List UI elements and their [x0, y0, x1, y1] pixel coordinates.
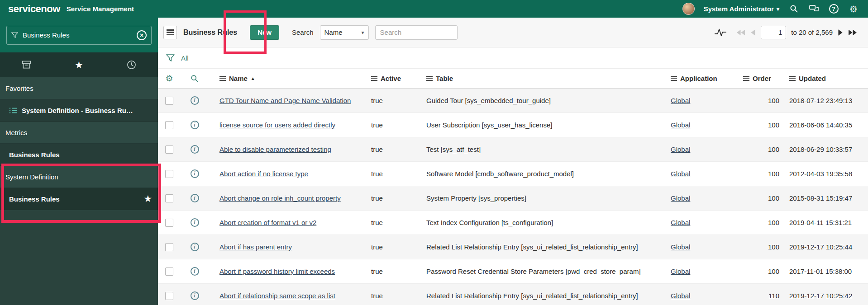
info-icon[interactable]: i [191, 267, 199, 276]
table-cell: Related List Relationship Entry [sys_ui_… [420, 292, 664, 300]
activity-stream-icon[interactable] [714, 28, 727, 38]
row-checkbox[interactable] [165, 97, 173, 105]
table-value: Related List Relationship Entry [sys_ui_… [426, 292, 638, 300]
column-label: Active [381, 75, 401, 82]
info-icon[interactable]: i [191, 218, 199, 227]
order-cell: 100 [737, 170, 782, 178]
info-icon[interactable]: i [191, 291, 199, 300]
order-cell: 100 [737, 219, 782, 226]
sidebar-item-metrics-business-rules[interactable]: Business Rules [0, 144, 158, 166]
info-icon[interactable]: i [191, 121, 199, 129]
record-name-link[interactable]: Able to disable parameterized testing [219, 145, 331, 153]
personalize-list-gear-icon[interactable]: ⚙ [165, 74, 173, 83]
row-checkbox[interactable] [165, 219, 173, 227]
active-value: true [371, 121, 383, 129]
column-header-application[interactable]: Application [664, 75, 737, 82]
info-icon[interactable]: i [191, 96, 199, 105]
tab-history[interactable] [105, 52, 158, 77]
row-checkbox[interactable] [165, 194, 173, 202]
page-input[interactable] [761, 26, 786, 39]
record-name-link[interactable]: Abort change on role inh_count property [219, 194, 341, 202]
global-search-icon[interactable] [788, 4, 799, 14]
row-info-cell: i [181, 96, 209, 105]
updated-cell: 2015-08-31 15:19:47 [782, 194, 868, 202]
record-name-link[interactable]: Abort if password history limit exceeds [219, 267, 335, 275]
sidebar-item-favorite-business-rules[interactable]: System Definition - Business Ru… [0, 99, 158, 122]
sidebar-item-system-definition-business-rules[interactable]: Business Rules ★ [0, 188, 158, 210]
list-title: Business Rules [183, 28, 237, 37]
favorite-star-icon[interactable]: ★ [144, 194, 152, 204]
sidebar-section-system-definition[interactable]: System Definition [0, 166, 158, 188]
info-icon[interactable]: i [191, 243, 199, 251]
name-cell: Abort if relationship same scope as list [209, 292, 365, 300]
tab-all-applications[interactable] [0, 52, 52, 77]
navigator-search-input[interactable] [23, 31, 132, 39]
list-context-menu-button[interactable] [163, 26, 177, 39]
connect-chat-icon[interactable] [808, 4, 819, 14]
application-link[interactable]: Global [671, 194, 690, 202]
row-checkbox[interactable] [165, 243, 173, 251]
navigator-search-box[interactable]: × [6, 26, 152, 45]
row-checkbox[interactable] [165, 267, 173, 276]
search-field-select[interactable]: Name ▾ [320, 25, 369, 40]
record-name-link[interactable]: license source for users added directly [219, 121, 335, 129]
application-link[interactable]: Global [671, 121, 690, 129]
application-link[interactable]: Global [671, 145, 690, 153]
hamburger-icon [167, 29, 174, 35]
application-link[interactable]: Global [671, 292, 690, 300]
filter-funnel-icon[interactable] [166, 54, 175, 62]
sidebar-item-label: Business Rules [9, 195, 60, 203]
user-menu[interactable]: System Administrator ▾ [704, 5, 779, 13]
prev-page-button[interactable] [750, 29, 756, 36]
record-name-link[interactable]: Abort if has parent entry [219, 243, 292, 251]
row-checkbox[interactable] [165, 145, 173, 154]
settings-gear-icon[interactable]: ⚙ [848, 4, 859, 14]
filter-all-link[interactable]: All [181, 54, 189, 62]
column-header-table[interactable]: Table [420, 75, 664, 82]
column-menu-icon [371, 76, 377, 81]
sidebar-section-favorites[interactable]: Favorites [0, 77, 158, 99]
table-row: i Abort if password history limit exceed… [158, 259, 868, 284]
updated-value: 2019-04-11 15:31:21 [789, 219, 852, 226]
sidebar-section-metrics[interactable]: Metrics [0, 122, 158, 144]
info-icon[interactable]: i [191, 145, 199, 154]
column-menu-icon [743, 76, 749, 81]
next-page-button[interactable] [838, 29, 843, 36]
user-avatar[interactable] [682, 3, 695, 15]
info-icon[interactable]: i [191, 169, 199, 178]
order-value: 100 [768, 194, 779, 202]
application-link[interactable]: Global [671, 243, 690, 251]
column-menu-icon [426, 76, 433, 81]
help-icon[interactable]: ? [828, 4, 839, 14]
record-name-link[interactable]: GTD Tour Name and Page Name Validation [219, 97, 351, 104]
list-search-icon[interactable] [191, 75, 199, 83]
column-header-order[interactable]: Order [737, 75, 782, 82]
row-checkbox[interactable] [165, 121, 173, 129]
record-name-link[interactable]: Abort creation of format v1 or v2 [219, 219, 316, 226]
tab-favorites[interactable]: ★ [52, 52, 105, 77]
info-icon[interactable]: i [191, 194, 199, 202]
column-header-name[interactable]: Name ▲ [209, 75, 365, 82]
record-name-link[interactable]: Abort action if no license type [219, 170, 308, 178]
application-link[interactable]: Global [671, 267, 690, 275]
list-search-input[interactable] [375, 25, 458, 40]
column-header-updated[interactable]: Updated [782, 75, 868, 82]
row-checkbox[interactable] [165, 170, 173, 178]
updated-cell: 2016-06-06 14:40:35 [782, 121, 868, 129]
application-link[interactable]: Global [671, 97, 690, 104]
application-link[interactable]: Global [671, 219, 690, 226]
last-page-button[interactable] [848, 29, 857, 36]
record-name-link[interactable]: Abort if relationship same scope as list [219, 292, 335, 300]
application-link[interactable]: Global [671, 170, 690, 178]
name-cell: Abort change on role inh_count property [209, 194, 365, 202]
new-button[interactable]: New [250, 25, 279, 40]
clear-search-icon[interactable]: × [137, 30, 147, 40]
row-checkbox[interactable] [165, 292, 173, 300]
table-value: User Subscription [sys_user_has_license] [426, 121, 552, 129]
column-header-active[interactable]: Active [365, 75, 420, 82]
name-cell: Abort if password history limit exceeds [209, 267, 365, 275]
name-cell: Abort creation of format v1 or v2 [209, 219, 365, 226]
servicenow-logo[interactable]: servicenow [8, 3, 60, 15]
active-value: true [371, 219, 383, 226]
first-page-button[interactable] [736, 29, 745, 36]
